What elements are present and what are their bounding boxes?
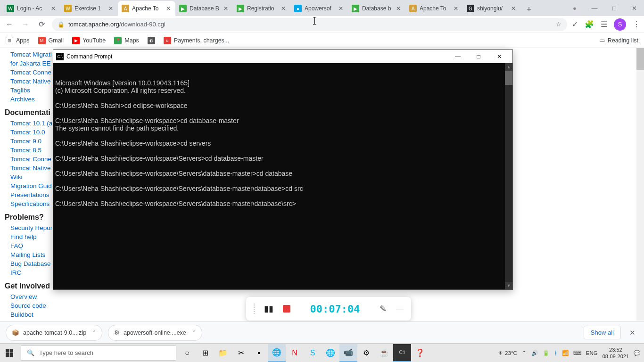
- sublime-icon[interactable]: ▪: [250, 344, 268, 362]
- cortana-icon[interactable]: ○: [178, 344, 196, 362]
- url-text: tomcat.apache.org/download-90.cgi: [68, 21, 552, 28]
- browser-tab[interactable]: AApache To✕: [405, 1, 463, 16]
- download-item[interactable]: ⚙ apowersoft-online....exe ⌃: [108, 325, 202, 341]
- apowersoft-icon[interactable]: 📹: [339, 344, 357, 362]
- apps-shortcut[interactable]: ⊞ Apps: [6, 37, 30, 44]
- browser-tab[interactable]: WExercise 1✕: [60, 1, 118, 16]
- command-prompt-titlebar[interactable]: C:\ Command Prompt — □ ✕: [53, 50, 512, 63]
- skype-icon[interactable]: S: [304, 344, 322, 362]
- cmd-minimize-button[interactable]: —: [447, 50, 468, 63]
- weather-widget[interactable]: ☀ 23°C: [498, 350, 517, 356]
- recorder-stop-button[interactable]: [283, 305, 290, 313]
- close-button[interactable]: ✕: [624, 1, 644, 15]
- tab-close-icon[interactable]: ✕: [223, 5, 229, 12]
- bookmark-item[interactable]: ▶YouTube: [72, 37, 106, 44]
- cmd-scroll-up[interactable]: ▲: [505, 63, 512, 71]
- browser-tab[interactable]: AApache To✕: [118, 1, 175, 16]
- tab-close-icon[interactable]: ✕: [510, 5, 517, 12]
- start-button[interactable]: [0, 344, 19, 362]
- tab-favicon: ▶: [352, 5, 359, 12]
- check-icon[interactable]: ✓: [572, 20, 578, 29]
- tab-close-icon[interactable]: ✕: [50, 5, 57, 12]
- maximize-button[interactable]: □: [604, 1, 624, 15]
- cmd-scrollbar[interactable]: ▲ ▼: [505, 63, 512, 289]
- wifi-icon[interactable]: 📶: [562, 350, 569, 356]
- command-prompt-body[interactable]: Microsoft Windows [Version 10.0.19043.11…: [53, 63, 512, 289]
- minimize-button[interactable]: —: [585, 1, 604, 15]
- recorder-minimize-button[interactable]: —: [396, 304, 404, 313]
- bookmark-item[interactable]: 📍Maps: [114, 37, 139, 44]
- tray-chevron-icon[interactable]: ⌃: [522, 350, 527, 356]
- scrollbar-thumb[interactable]: [636, 48, 644, 70]
- bookmark-item[interactable]: MGmail: [38, 37, 64, 44]
- volume-icon[interactable]: 🔊: [531, 350, 538, 356]
- extensions-icon[interactable]: 🧩: [585, 20, 594, 29]
- tab-close-icon[interactable]: ✕: [107, 5, 114, 12]
- chrome2-icon[interactable]: 🌐: [322, 344, 339, 362]
- command-output: Microsoft Windows [Version 10.0.19043.11…: [55, 79, 511, 207]
- browser-tab[interactable]: ▶Database b✕: [348, 1, 405, 16]
- chrome-icon[interactable]: 🌐: [268, 344, 286, 362]
- browser-tab[interactable]: ▶Database B✕: [175, 1, 233, 16]
- snip-icon[interactable]: ✂: [232, 344, 250, 362]
- taskview-icon[interactable]: ⊞: [196, 344, 214, 362]
- account-icon[interactable]: ●: [565, 1, 585, 15]
- profile-avatar[interactable]: S: [614, 18, 626, 31]
- windows-taskbar: 🔍 Type here to search ○ ⊞ 📁 ✂ ▪ 🌐 N S 🌐 …: [0, 343, 644, 362]
- tab-close-icon[interactable]: ✕: [165, 5, 172, 12]
- tab-title: Apache To: [132, 5, 162, 12]
- page-scrollbar[interactable]: [636, 48, 644, 321]
- tab-close-icon[interactable]: ✕: [453, 5, 459, 12]
- cmd-close-button[interactable]: ✕: [489, 50, 510, 63]
- browser-tab[interactable]: Gshiyonglu/✕: [463, 1, 520, 16]
- show-all-downloads-button[interactable]: Show all: [584, 326, 621, 339]
- cmd-maximize-button[interactable]: □: [468, 50, 489, 63]
- reading-list-button[interactable]: ▭ Reading list: [599, 37, 638, 44]
- notifications-icon[interactable]: 💬: [634, 350, 640, 356]
- bookmark-icon: M: [38, 37, 46, 44]
- menu-icon[interactable]: ⋮: [633, 20, 640, 29]
- browser-tab[interactable]: WLogin - Ac✕: [3, 1, 60, 16]
- tab-close-icon[interactable]: ✕: [395, 5, 402, 12]
- cmd-scroll-down[interactable]: ▼: [505, 282, 512, 289]
- text-cursor: [314, 17, 315, 25]
- cmd-taskbar-icon[interactable]: C:\: [393, 344, 411, 362]
- browser-tab[interactable]: ●Apowersof✕: [290, 1, 348, 16]
- language-indicator[interactable]: ENG: [586, 350, 598, 356]
- sidebar-link[interactable]: Buildbot: [5, 310, 85, 319]
- recorder-pause-button[interactable]: ▮▮: [264, 304, 273, 314]
- download-item[interactable]: 📦 apache-tomcat-9.0....zip ⌃: [6, 325, 102, 341]
- recorder-annotate-button[interactable]: ✎: [380, 304, 387, 314]
- settings-icon[interactable]: ⚙: [357, 344, 375, 362]
- screen-recorder-widget[interactable]: ▮▮ 00:07:04 ✎ —: [246, 297, 411, 321]
- close-downloads-bar[interactable]: ✕: [627, 329, 638, 337]
- cmd-scroll-thumb[interactable]: [505, 71, 512, 85]
- bookmark-item[interactable]: uPayments, charges...: [164, 37, 229, 44]
- chevron-up-icon[interactable]: ⌃: [92, 329, 96, 336]
- lock-icon: 🔒: [58, 21, 65, 28]
- sidebar-link[interactable]: Source code: [5, 301, 85, 310]
- recorder-drag-handle[interactable]: [254, 304, 255, 314]
- bookmark-item[interactable]: ◐: [148, 37, 155, 44]
- new-tab-button[interactable]: +: [522, 3, 536, 16]
- java-icon[interactable]: ☕: [375, 344, 393, 362]
- tab-close-icon[interactable]: ✕: [338, 5, 344, 12]
- taskbar-clock[interactable]: 23:52 08-09-2021: [603, 346, 629, 360]
- sidebar-link[interactable]: Overview: [5, 292, 85, 301]
- keyboard-icon[interactable]: ⌨: [573, 350, 581, 356]
- address-bar[interactable]: 🔒 tomcat.apache.org/download-90.cgi ☆: [52, 18, 567, 31]
- browser-tab[interactable]: ▶Registratio✕: [233, 1, 290, 16]
- star-icon[interactable]: ☆: [556, 21, 561, 28]
- back-button[interactable]: ←: [4, 19, 15, 30]
- bluetooth-icon[interactable]: ᚼ: [554, 350, 557, 356]
- reading-mode-icon[interactable]: ☰: [601, 20, 607, 29]
- battery-icon[interactable]: 🔋: [543, 350, 549, 356]
- reload-button[interactable]: ⟳: [36, 19, 47, 30]
- tab-close-icon[interactable]: ✕: [280, 5, 287, 12]
- taskbar-search[interactable]: 🔍 Type here to search: [21, 346, 176, 361]
- forward-button[interactable]: →: [20, 19, 31, 30]
- help-icon[interactable]: ❓: [411, 344, 429, 362]
- explorer-icon[interactable]: 📁: [214, 344, 232, 362]
- chevron-up-icon[interactable]: ⌃: [192, 329, 196, 336]
- netflix-icon[interactable]: N: [286, 344, 304, 362]
